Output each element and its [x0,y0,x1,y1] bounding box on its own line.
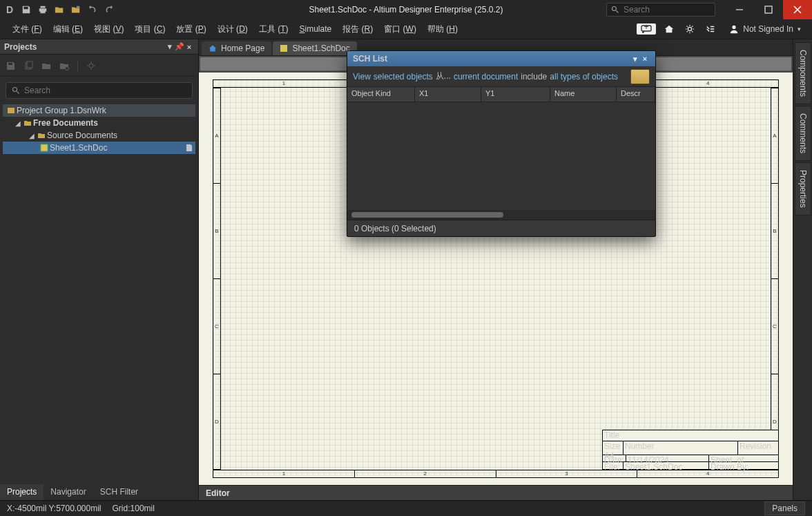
menu-project[interactable]: 项目 (C) [130,21,169,38]
scrollbar-thumb[interactable] [351,212,503,218]
filter-selected-link[interactable]: selected objects [374,72,433,82]
menu-file[interactable]: 文件 (F) [8,21,46,38]
feedback-button[interactable]: + [637,23,656,35]
svg-rect-3 [765,6,772,13]
chevron-down-icon: ▾ [798,26,801,32]
sch-list-titlebar[interactable]: SCH List ▾ × [347,51,655,66]
dock-tab-comments[interactable]: Comments [795,106,811,161]
tree-source-documents[interactable]: ◢ Source Documents [3,129,195,142]
panels-button[interactable]: Panels [764,501,805,515]
filter-folder-icon[interactable] [630,69,650,84]
panel-options-button[interactable]: ▾ [165,42,175,51]
col-x1[interactable]: X1 [415,87,481,102]
left-tab-navigator[interactable]: Navigator [44,484,93,500]
open-icon[interactable] [54,4,65,15]
svg-rect-11 [27,61,32,68]
filter-view-link[interactable]: View [353,72,371,82]
search-icon [12,86,20,95]
projects-search[interactable] [6,82,193,99]
panel-pin-icon[interactable]: 📌 [175,42,184,51]
filter-include-label: include [521,72,547,82]
notifications-button[interactable] [703,22,718,36]
window-close-button[interactable] [783,0,812,19]
workspace-icon [6,106,17,115]
menu-help[interactable]: 帮助 (H) [423,21,462,38]
undo-icon[interactable] [87,4,98,15]
title-bar: D Sheet1.SchDoc - Altium Designer Enterp… [0,0,812,19]
svg-rect-17 [41,144,48,151]
redo-icon[interactable] [104,4,115,15]
dock-tab-components[interactable]: Components [795,42,811,104]
app-logo-icon[interactable]: D [4,4,15,15]
tree-root-label: Project Group 1.DsnWrk [17,106,106,115]
sch-list-hscrollbar[interactable] [347,210,655,220]
tree-free-documents[interactable]: ◢ Free Documents [3,117,195,129]
left-tab-projects[interactable]: Projects [0,484,44,500]
col-object-kind[interactable]: Object Kind [347,87,415,102]
title-block: Title SizeA4 Number Revision Date: 11/14… [602,430,779,470]
dock-tab-properties[interactable]: Properties [795,162,811,216]
panel-close-button[interactable]: × [184,43,194,51]
sch-list-dropdown-button[interactable]: ▾ [630,55,640,64]
svg-point-12 [66,66,69,70]
toolbar-copy-icon[interactable] [23,61,33,70]
svg-point-0 [612,7,617,11]
toolbar-save-icon[interactable] [6,61,15,70]
sch-list-header[interactable]: Object Kind X1 Y1 Name Descr [347,87,655,102]
col-name[interactable]: Name [550,87,617,102]
schematic-doc-icon [280,44,288,52]
menu-place[interactable]: 放置 (P) [172,21,210,38]
tab-home-label: Home Page [221,44,264,53]
menu-tools[interactable]: 工具 (T) [255,21,293,38]
window-title: Sheet1.SchDoc - Altium Designer Enterpri… [309,5,503,15]
open-project-icon[interactable] [70,4,81,15]
user-icon [729,24,739,34]
projects-tree: Project Group 1.DsnWrk ◢ Free Documents … [0,103,198,484]
tree-doc-label: Sheet1.SchDoc [50,143,107,153]
svg-rect-16 [8,108,14,113]
collapse-icon[interactable]: ◢ [28,132,36,140]
projects-panel-title[interactable]: Projects ▾ 📌 × [0,39,198,55]
home-icon [664,24,674,34]
settings-button[interactable] [682,22,697,36]
save-icon[interactable] [21,4,32,15]
col-y1[interactable]: Y1 [481,87,550,102]
signin-button[interactable]: Not Signed In ▾ [724,22,806,36]
ruler-bottom: 1234 [213,470,779,478]
collapse-icon[interactable]: ◢ [14,120,22,127]
tab-sheet1[interactable]: Sheet1.SchDoc [273,41,356,55]
window-minimize-button[interactable] [725,0,754,19]
editor-bar[interactable]: Editor [199,485,793,500]
tree-free-label: Free Documents [33,118,98,128]
sch-list-panel[interactable]: SCH List ▾ × View selected objects 从... … [347,50,656,237]
status-coords: X:-4500mil Y:5700.000mil [7,504,102,513]
sch-list-close-button[interactable]: × [640,55,650,63]
tree-doc-sheet1[interactable]: Sheet1.SchDoc [3,142,195,154]
col-description[interactable]: Descr [617,87,655,102]
menu-design[interactable]: 设计 (D) [213,21,252,38]
print-icon[interactable] [37,4,48,15]
toolbar-compile-icon[interactable] [41,61,51,70]
sch-list-title: SCH List [353,54,387,64]
svg-point-8 [688,27,692,30]
window-maximize-button[interactable] [754,0,783,19]
global-search-input[interactable] [624,5,710,15]
global-search[interactable] [606,3,715,17]
filter-types-link[interactable]: all types of objects [550,72,618,82]
ruler-right: ABCD [771,88,779,470]
home-button[interactable] [661,22,677,36]
tab-home[interactable]: Home Page [202,41,271,55]
filter-document-link[interactable]: current document [454,72,518,82]
tree-root[interactable]: Project Group 1.DsnWrk [3,104,195,117]
left-tab-schfilter[interactable]: SCH Filter [93,484,145,500]
menu-view[interactable]: 视图 (V) [90,21,128,38]
toolbar-folder-icon[interactable] [59,61,69,70]
menu-window[interactable]: 窗口 (W) [380,21,420,38]
menu-reports[interactable]: 报告 (R) [338,21,377,38]
menu-edit[interactable]: 编辑 (E) [49,21,87,38]
menu-simulate[interactable]: Simulate [295,21,336,37]
tree-src-label: Source Documents [47,131,117,140]
projects-search-input[interactable] [24,86,186,95]
sch-list-body[interactable] [347,102,655,210]
toolbar-settings-icon[interactable] [86,61,96,70]
